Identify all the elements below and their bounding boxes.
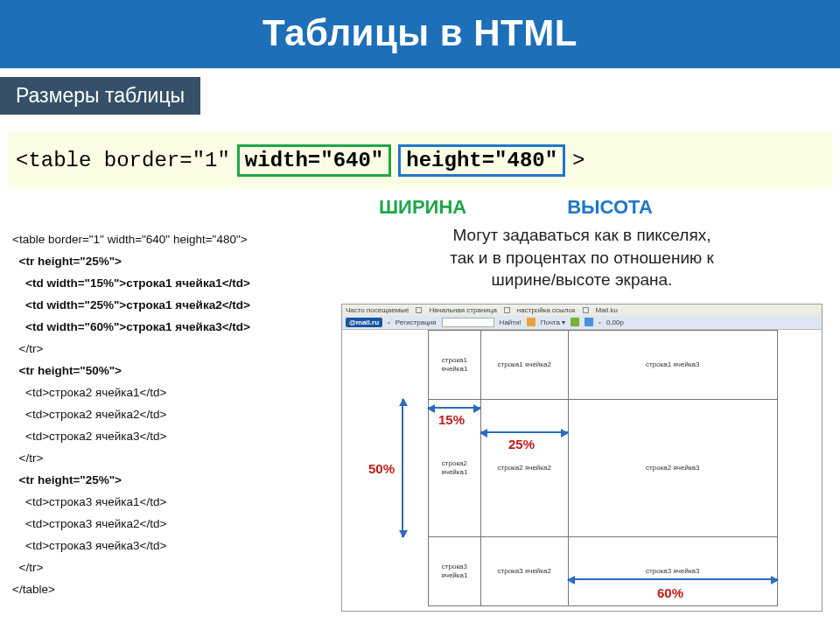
slide-title: Таблицы в HTML <box>0 0 840 68</box>
toolbar-item: Почта ▾ <box>541 318 565 326</box>
description-text: Могут задаваться как в пикселях,так и в … <box>341 224 822 291</box>
status-icon <box>570 318 579 326</box>
table-cell: строка2 ячейка3 <box>568 399 777 537</box>
code-line: <table border="1" width="640" height="48… <box>7 132 833 189</box>
rendered-table-area: строка1ячейка1строка1 ячейка2строка1 яче… <box>342 330 822 608</box>
mail-icon <box>527 318 536 326</box>
toolbar-item: настройка ссылок <box>517 306 576 314</box>
toolbar-item: Mail.ku <box>596 306 618 314</box>
arrow-row2 <box>402 399 403 537</box>
dim-label-col1: 15% <box>438 412 465 427</box>
mail-logo: @mail.ru <box>346 318 382 327</box>
arrow-col2 <box>480 431 568 433</box>
toolbar-item: 0,00р <box>606 318 624 326</box>
slide-subtitle: Размеры таблицы <box>0 77 200 115</box>
checkbox-icon <box>504 307 510 313</box>
code-example: <table border="1" width="640" height="48… <box>0 224 332 620</box>
table-cell: строка3ячейка1 <box>429 537 481 606</box>
height-attribute-box: height="480" <box>398 144 565 177</box>
search-field <box>442 318 494 327</box>
table-cell: строка3 ячейка2 <box>480 537 568 606</box>
dim-label-row2: 50% <box>368 461 395 476</box>
code-suffix: > <box>572 149 584 172</box>
arrow-col3 <box>568 578 778 580</box>
dim-label-col2: 25% <box>508 437 535 452</box>
dim-label-col3: 60% <box>657 585 683 600</box>
width-attribute-box: width="640" <box>237 144 391 177</box>
browser-toolbar: Часто посещаемые Начальная страница наст… <box>342 304 822 330</box>
attribute-labels: ШИРИНА ВЫСОТА <box>0 196 840 219</box>
table-cell: строка1 ячейка2 <box>480 330 568 399</box>
arrow-col1 <box>428 407 480 409</box>
table-cell: строка1ячейка1 <box>429 330 481 399</box>
status-icon <box>584 318 593 326</box>
code-prefix: <table border="1" <box>16 149 230 172</box>
checkbox-icon <box>583 307 589 313</box>
table-cell: строка2 ячейка2 <box>480 399 568 537</box>
table-cell: строка1 ячейка3 <box>568 330 777 399</box>
toolbar-item: Найти! <box>500 318 522 326</box>
label-width: ШИРИНА <box>379 196 466 219</box>
toolbar-item: Начальная страница <box>429 306 496 314</box>
checkbox-icon <box>416 307 422 313</box>
label-height: ВЫСОТА <box>567 196 653 219</box>
browser-screenshot: Часто посещаемые Начальная страница наст… <box>341 304 822 612</box>
rendered-table: строка1ячейка1строка1 ячейка2строка1 яче… <box>428 330 778 606</box>
toolbar-item: Часто посещаемые <box>346 306 409 314</box>
toolbar-item: Регистрация <box>396 318 437 326</box>
